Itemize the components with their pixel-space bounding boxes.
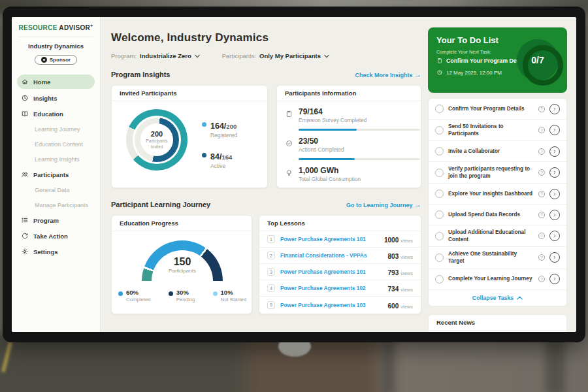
chevron-right-icon (552, 170, 557, 175)
sidebar-item-participants[interactable]: Participants (12, 167, 100, 182)
participants-filter-value: Only My Participants (259, 52, 321, 59)
task-open-button[interactable] (549, 274, 560, 284)
help-icon[interactable]: ? (538, 254, 545, 261)
participants-filter[interactable]: Participants: Only My Participants (222, 52, 329, 59)
help-icon[interactable]: ? (538, 233, 545, 239)
lesson-link[interactable]: Power Purchase Agreements 101 (280, 236, 379, 242)
collapse-label: Collapse Tasks (472, 295, 514, 301)
help-icon[interactable]: ? (538, 106, 545, 112)
task-checkbox[interactable] (435, 126, 444, 135)
help-icon[interactable]: ? (538, 169, 545, 176)
task-checkbox[interactable] (435, 232, 444, 240)
home-icon (21, 78, 29, 86)
task-row: Complete Your Learning Journey ? (429, 269, 566, 290)
views-count: 793 (388, 269, 399, 276)
collapse-tasks-link[interactable]: Collapse Tasks (429, 290, 566, 306)
list-icon (21, 216, 29, 224)
check-circle-icon (285, 137, 293, 160)
stat-label: Total Global Consumption (299, 176, 361, 182)
task-checkbox[interactable] (435, 169, 444, 177)
card-title: Education Progress (112, 216, 252, 231)
task-open-button[interactable] (549, 189, 560, 199)
sidebar-item-settings[interactable]: Settings (12, 244, 100, 259)
task-open-button[interactable] (549, 252, 560, 263)
legend-value: 84/ (210, 152, 221, 161)
sidebar-item-label: Settings (33, 248, 57, 255)
sidebar-item-education[interactable]: Education (12, 106, 100, 122)
sidebar-item-learning-journey[interactable]: Learning Journey (12, 122, 100, 137)
sidebar-item-take-action[interactable]: Take Action (12, 228, 100, 244)
progress-fill (299, 129, 357, 131)
chevron-up-icon (517, 296, 523, 300)
task-checkbox[interactable] (435, 210, 444, 219)
task-label: Complete Your Learning Journey (448, 272, 534, 286)
link-label: Check More Insights (355, 72, 412, 78)
program-insights-header: Program Insights Check More Insights → (111, 71, 421, 78)
chevron-right-icon (552, 276, 557, 282)
lesson-link[interactable]: Power Purchase Agreements 103 (280, 302, 383, 308)
help-icon[interactable]: ? (538, 148, 545, 155)
legend-label: Not Started (221, 297, 246, 302)
sidebar-item-general-data[interactable]: General Data (12, 182, 100, 197)
views-count: 1000 (384, 237, 399, 244)
task-checkbox[interactable] (435, 105, 444, 113)
stat-value: 1,000 GWh (299, 166, 361, 175)
legend-dot (202, 153, 206, 157)
todo-next-task[interactable]: Confirm Your Program Details (436, 57, 528, 64)
go-to-learning-journey-link[interactable]: Go to Learning Journey → (346, 201, 421, 208)
participants-icon (21, 171, 29, 178)
task-checkbox[interactable] (435, 147, 444, 155)
sidebar-item-insights[interactable]: Insights (12, 90, 100, 106)
sidebar-item-home[interactable]: Home (17, 74, 95, 89)
legend-dot (169, 291, 173, 296)
clock-icon (436, 69, 443, 76)
sponsor-badge[interactable]: Sponsor (35, 55, 77, 65)
legend-pct: 60% (126, 289, 151, 296)
donut-center-value: 200 (151, 130, 163, 138)
task-label: Confirm Your Program Details (448, 102, 534, 116)
sidebar-item-learning-insights[interactable]: Learning Insights (12, 152, 100, 167)
lesson-link[interactable]: Financial Considerations - VPPAs (280, 252, 383, 259)
views-count: 600 (388, 302, 399, 310)
help-icon[interactable]: ? (538, 191, 545, 197)
legend-label: Completed (126, 297, 151, 302)
filters-row: Program: Industrialize Zero Participants… (111, 52, 329, 59)
task-open-button[interactable] (549, 125, 560, 135)
todo-title: Your To Do List (436, 35, 498, 45)
task-row: Upload Spend Data Records ? (429, 204, 566, 225)
legend-pct: 10% (221, 289, 246, 296)
link-label: Go to Learning Journey (346, 202, 413, 208)
views-word: views (400, 270, 413, 276)
task-open-button[interactable] (549, 231, 560, 241)
chevron-down-icon (195, 54, 200, 58)
lesson-link[interactable]: Power Purchase Agreements 101 (280, 269, 383, 275)
sidebar-item-program[interactable]: Program (12, 212, 100, 228)
lesson-link[interactable]: Power Purchase Agreements 102 (280, 285, 383, 291)
invited-participants-donut-chart: 200 Participants Invited (126, 109, 188, 171)
task-open-button[interactable] (549, 104, 560, 114)
help-icon[interactable]: ? (538, 276, 545, 282)
task-checkbox[interactable] (435, 253, 444, 262)
help-icon[interactable]: ? (538, 127, 545, 133)
help-icon[interactable]: ? (538, 212, 545, 218)
sidebar-item-manage-participants[interactable]: Manage Participants (12, 197, 100, 212)
task-open-button[interactable] (549, 167, 560, 178)
task-row: Invite a Collaborator ? (429, 141, 566, 162)
sidebar-item-education-content[interactable]: Education Content (12, 137, 100, 152)
check-more-insights-link[interactable]: Check More Insights → (355, 71, 421, 78)
donut-legend: 164/200 Registered 84/164 Active (202, 120, 237, 181)
task-checkbox[interactable] (435, 189, 444, 198)
task-open-button[interactable] (549, 146, 560, 157)
task-label: Invite a Collaborator (448, 144, 534, 158)
chevron-right-icon (552, 255, 557, 260)
program-filter[interactable]: Program: Industrialize Zero (111, 52, 200, 59)
invited-participants-card: Invited Participants 200 Participants In… (111, 85, 268, 188)
legend-pct: 30% (176, 289, 195, 296)
progress-fill (299, 158, 355, 160)
sidebar-item-label: Learning Insights (35, 156, 80, 163)
task-checkbox[interactable] (435, 275, 444, 284)
education-progress-card: Education Progress 150 Participants 60% … (111, 215, 252, 314)
task-open-button[interactable] (549, 210, 560, 220)
sidebar-item-label: Home (33, 78, 50, 86)
lesson-rank: 5 (267, 301, 275, 309)
